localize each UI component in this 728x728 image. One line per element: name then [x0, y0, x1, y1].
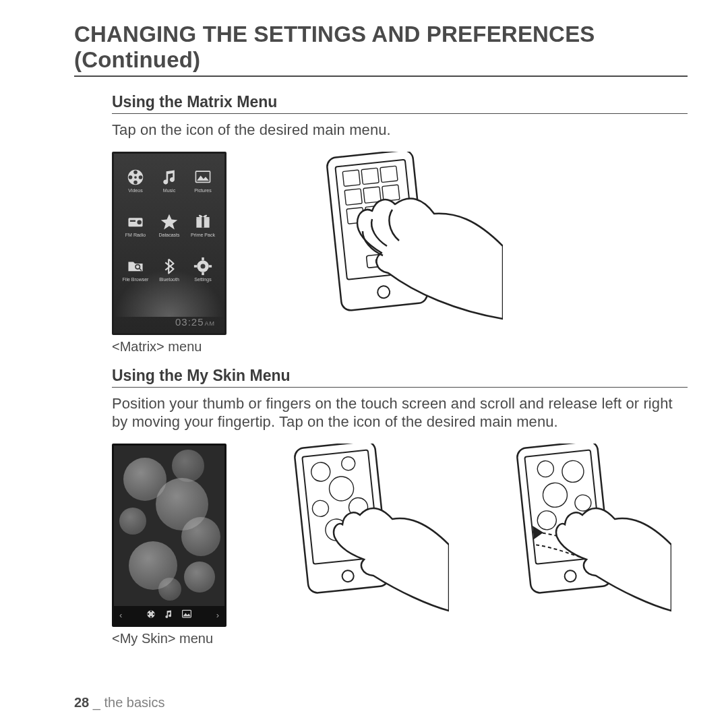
page-title: CHANGING THE SETTINGS AND PREFERENCES (C…	[74, 22, 688, 77]
svg-point-39	[148, 613, 150, 615]
heading-myskin: Using the My Skin Menu	[112, 367, 688, 388]
svg-point-37	[153, 613, 155, 615]
svg-rect-17	[202, 257, 204, 260]
svg-point-1	[133, 171, 138, 175]
svg-point-8	[137, 220, 142, 225]
page-number: 28	[74, 695, 89, 710]
menu-item-videos: Videos	[119, 159, 152, 202]
svg-rect-28	[363, 186, 381, 202]
menu-label: Pictures	[194, 188, 211, 193]
caption-myskin: <My Skin> menu	[112, 631, 226, 646]
music-note-icon	[163, 609, 174, 622]
svg-rect-18	[202, 272, 204, 275]
svg-point-5	[134, 176, 137, 179]
footer-chapter: the basics	[104, 695, 165, 710]
radio-icon	[124, 212, 147, 231]
gear-icon	[191, 257, 214, 276]
film-reel-icon	[146, 609, 156, 622]
svg-rect-40	[183, 610, 191, 617]
svg-rect-12	[202, 217, 204, 228]
svg-point-36	[150, 610, 152, 612]
menu-label: File Browser	[123, 277, 149, 282]
menu-item-music: Music	[153, 159, 185, 202]
svg-point-53	[564, 570, 577, 582]
device-matrix: Videos Music Pictures	[112, 152, 226, 335]
svg-point-3	[133, 181, 138, 185]
skin-bottom-bar: ‹ ›	[114, 606, 224, 625]
svg-point-43	[342, 570, 355, 582]
svg-point-16	[201, 264, 206, 269]
svg-point-23	[377, 285, 390, 299]
menu-label: Datacasts	[158, 233, 179, 237]
svg-rect-19	[194, 265, 197, 268]
menu-item-pictures: Pictures	[187, 159, 219, 202]
svg-point-4	[129, 175, 133, 179]
figure-matrix-menu: Videos Music Pictures	[112, 152, 226, 355]
folder-search-icon	[124, 257, 147, 276]
svg-point-38	[150, 615, 152, 617]
menu-item-filebrowser: File Browser	[119, 248, 152, 291]
chevron-left-icon: ‹	[117, 610, 125, 620]
menu-label: Bluetooth	[159, 277, 179, 282]
menu-label: Videos	[128, 188, 142, 193]
music-note-icon	[158, 168, 181, 187]
svg-rect-20	[209, 265, 212, 268]
bluetooth-icon	[158, 257, 181, 276]
svg-rect-26	[380, 166, 398, 182]
figure-hand-tap: 03:25AM	[301, 152, 503, 330]
picture-icon	[181, 609, 193, 622]
figure-myskin-menu: ‹ › <My Skin> menu	[112, 444, 226, 646]
star-icon	[158, 212, 181, 231]
clock-time: 03:25	[175, 316, 204, 328]
clock: 03:25AM	[175, 316, 215, 328]
body-myskin: Position your thumb or fingers on the to…	[112, 394, 688, 431]
svg-rect-24	[342, 170, 360, 186]
menu-item-fmradio: FM Radio	[119, 204, 152, 247]
body-matrix: Tap on the icon of the desired main menu…	[112, 121, 688, 140]
menu-label: Settings	[194, 277, 211, 282]
svg-rect-25	[361, 168, 379, 184]
menu-item-settings: Settings	[187, 248, 219, 291]
picture-icon	[191, 168, 214, 187]
chevron-right-icon: ›	[214, 610, 222, 620]
menu-item-datacasts: Datacasts	[153, 204, 185, 247]
device-myskin: ‹ ›	[112, 444, 226, 627]
svg-point-2	[139, 175, 143, 179]
figure-hand-swipe-left	[274, 444, 449, 621]
svg-rect-9	[130, 220, 135, 222]
page-footer: 28 _ the basics	[74, 695, 165, 710]
menu-item-bluetooth: Bluetooth	[153, 248, 185, 291]
heading-matrix: Using the Matrix Menu	[112, 93, 688, 114]
figure-hand-swipe-right	[496, 444, 671, 621]
menu-item-primepack: Prime Pack	[187, 204, 219, 247]
film-reel-icon	[124, 168, 147, 187]
gift-icon	[191, 212, 214, 231]
caption-matrix: <Matrix> menu	[112, 339, 226, 355]
clock-ampm: AM	[205, 320, 216, 327]
bokeh-bg	[114, 446, 224, 606]
svg-rect-27	[344, 188, 362, 204]
menu-label: Prime Pack	[191, 233, 215, 237]
menu-label: Music	[163, 188, 175, 193]
svg-rect-29	[382, 185, 400, 201]
footer-sep: _	[93, 695, 100, 710]
menu-label: FM Radio	[125, 233, 146, 237]
